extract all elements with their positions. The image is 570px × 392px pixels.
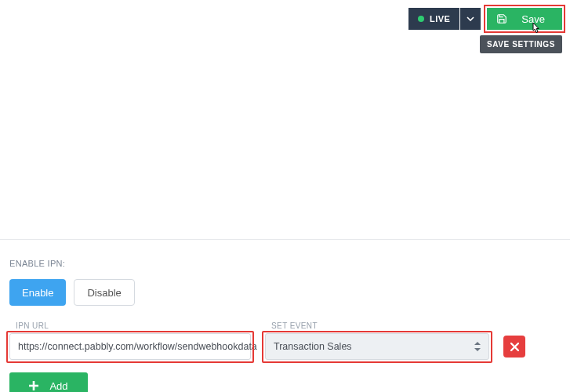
add-button-label: Add	[49, 380, 67, 392]
save-tooltip: SAVE SETTINGS	[480, 35, 562, 53]
ipn-url-field: IPN URL https://connect.pabbly.com/workf…	[9, 321, 251, 360]
set-event-field: SET EVENT Transaction Sales	[265, 321, 489, 360]
close-icon	[510, 343, 519, 351]
ipn-url-input[interactable]: https://connect.pabbly.com/workflow/send…	[9, 333, 251, 360]
ipn-url-label: IPN URL	[9, 321, 251, 330]
ipn-url-value: https://connect.pabbly.com/workflow/send…	[18, 341, 257, 352]
live-indicator-dot	[418, 16, 424, 22]
save-icon	[496, 13, 507, 24]
add-button[interactable]: Add	[9, 372, 88, 392]
save-button[interactable]: Save	[487, 8, 562, 30]
set-event-select[interactable]: Transaction Sales	[265, 333, 489, 360]
enable-ipn-label: ENABLE IPN:	[9, 259, 543, 268]
live-mode-dropdown[interactable]	[460, 8, 481, 30]
section-divider	[0, 239, 570, 240]
sort-icon	[474, 342, 481, 351]
set-event-label: SET EVENT	[265, 321, 489, 330]
enable-button[interactable]: Enable	[9, 279, 66, 306]
live-mode-label: LIVE	[430, 14, 450, 24]
live-mode-button[interactable]: LIVE	[408, 8, 459, 30]
set-event-value: Transaction Sales	[274, 341, 352, 352]
remove-row-button[interactable]	[503, 336, 525, 358]
plus-icon	[29, 381, 38, 390]
disable-button[interactable]: Disable	[74, 279, 134, 306]
save-button-label: Save	[521, 13, 545, 25]
ipn-settings-panel: ENABLE IPN: Enable Disable IPN URL https…	[9, 259, 543, 392]
chevron-down-icon	[467, 16, 474, 21]
